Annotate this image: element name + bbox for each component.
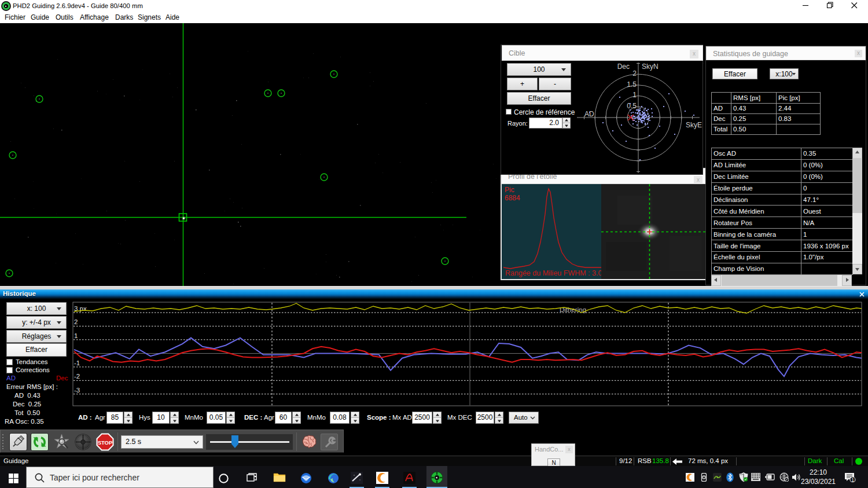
svg-text:Pic: Pic (505, 186, 514, 194)
svg-text:SkyE: SkyE (686, 121, 702, 129)
svg-text:2: 2 (632, 69, 637, 78)
svg-text:1: 1 (632, 91, 637, 99)
svg-text:Dec: Dec (617, 63, 630, 71)
svg-text:-2: -2 (74, 373, 80, 380)
svg-text:AD: AD (584, 110, 594, 118)
svg-text:STOP: STOP (98, 439, 113, 446)
svg-text:1: 1 (74, 332, 78, 339)
svg-text:SkyN: SkyN (642, 63, 659, 71)
svg-text:6884: 6884 (505, 194, 520, 202)
svg-text:-1: -1 (74, 359, 80, 366)
svg-text:Rangée du Milieu FWHM : 3.06,: Rangée du Milieu FWHM : 3.06, H (505, 269, 615, 277)
svg-text:1.5: 1.5 (627, 80, 637, 89)
svg-text:1: 1 (851, 477, 854, 483)
svg-text:-3: -3 (74, 387, 80, 394)
svg-text:0.5: 0.5 (627, 102, 637, 110)
svg-text:2: 2 (74, 318, 78, 325)
